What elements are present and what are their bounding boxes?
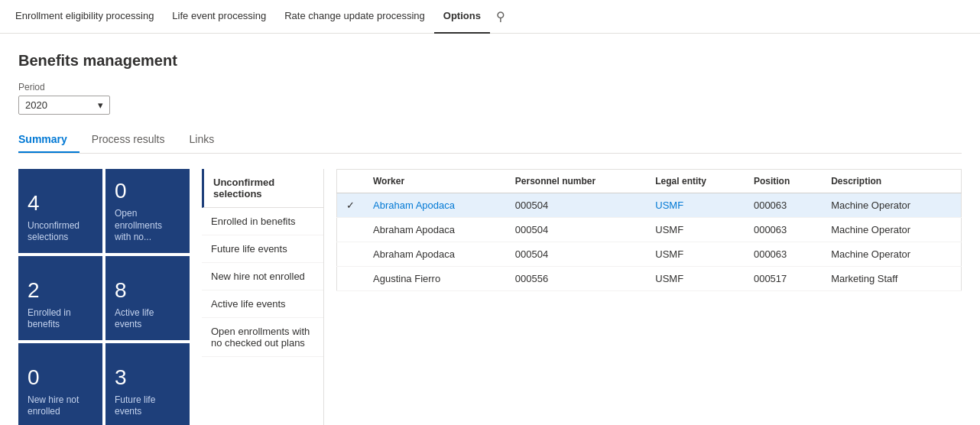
tile-open-enrollments-label: Open enrollments with no...: [115, 208, 180, 244]
tile-unconfirmed[interactable]: 4 Unconfirmed selections: [18, 169, 102, 253]
row-legal-entity[interactable]: USMF: [646, 193, 745, 218]
row-personnel-number: 000504: [506, 242, 647, 267]
row-personnel-number: 000504: [506, 218, 647, 242]
tile-future-life[interactable]: 3 Future life events: [105, 343, 190, 425]
dashboard: 4 Unconfirmed selections 0 Open enrollme…: [18, 169, 962, 425]
worker-link[interactable]: Abraham Apodaca: [373, 200, 455, 211]
page-title: Benefits management: [18, 52, 962, 70]
nav-rate-change[interactable]: Rate change update processing: [275, 0, 434, 34]
row-description: Marketing Staff: [822, 267, 961, 291]
tile-enrolled-label: Enrolled in benefits: [28, 307, 93, 331]
period-value: 2020: [25, 99, 47, 111]
row-description: Machine Operator: [822, 242, 961, 267]
row-legal-entity: USMF: [646, 267, 745, 291]
row-check: [337, 242, 365, 267]
col-position[interactable]: Position: [745, 170, 822, 193]
row-description: Machine Operator: [822, 193, 961, 218]
tile-open-enrollments[interactable]: 0 Open enrollments with no...: [105, 169, 190, 253]
nav-life-event[interactable]: Life event processing: [163, 0, 275, 34]
row-description: Machine Operator: [822, 218, 961, 242]
tiles-grid: 4 Unconfirmed selections 0 Open enrollme…: [18, 169, 190, 425]
row-check: [337, 267, 365, 291]
main-content: Benefits management Period 2020 ▾ Summar…: [0, 34, 980, 425]
side-panel-item-new-hire[interactable]: New hire not enrolled: [202, 263, 323, 290]
tile-enrolled[interactable]: 2 Enrolled in benefits: [18, 256, 102, 340]
row-check: [337, 218, 365, 242]
nav-enrollment[interactable]: Enrollment eligibility processing: [6, 0, 163, 34]
tile-enrolled-number: 2: [28, 280, 93, 301]
col-check: [337, 170, 365, 193]
row-worker: Abraham Apodaca: [364, 242, 506, 267]
row-worker[interactable]: Abraham Apodaca: [364, 193, 506, 218]
tile-new-hire-label: New hire not enrolled: [28, 394, 93, 418]
tile-open-enrollments-number: 0: [115, 180, 180, 202]
row-position: 000063: [745, 242, 822, 267]
col-worker[interactable]: Worker: [364, 170, 506, 193]
period-select[interactable]: 2020 ▾: [18, 96, 110, 115]
row-personnel-number: 000504: [506, 193, 647, 218]
side-panel-item-future-life[interactable]: Future life events: [202, 235, 323, 263]
side-panel-item-active-life[interactable]: Active life events: [202, 290, 323, 318]
row-position: 000063: [745, 218, 822, 242]
table-header-row: Worker Personnel number Legal entity Pos…: [337, 170, 962, 193]
table-row[interactable]: ✓Abraham Apodaca000504USMF000063Machine …: [337, 193, 962, 218]
tile-new-hire-number: 0: [28, 367, 93, 388]
side-panel: Unconfirmed selections Enrolled in benef…: [202, 169, 324, 425]
side-panel-header[interactable]: Unconfirmed selections: [202, 169, 323, 208]
tile-active-life-number: 8: [115, 280, 180, 301]
row-position: 000517: [745, 267, 822, 291]
search-button[interactable]: ⚲: [496, 9, 505, 24]
row-position: 000063: [745, 193, 822, 218]
row-legal-entity: USMF: [646, 242, 745, 267]
row-legal-entity: USMF: [646, 218, 745, 242]
col-legal-entity[interactable]: Legal entity: [646, 170, 745, 193]
tile-active-life[interactable]: 8 Active life events: [105, 256, 190, 340]
tile-active-life-label: Active life events: [115, 307, 180, 331]
tile-future-life-number: 3: [115, 367, 180, 388]
row-worker: Abraham Apodaca: [364, 218, 506, 242]
legal-entity-link[interactable]: USMF: [655, 200, 683, 211]
row-worker: Agustina Fierro: [364, 267, 506, 291]
table-area: Worker Personnel number Legal entity Pos…: [336, 169, 962, 425]
side-panel-item-open-enrollments[interactable]: Open enrollments with no checked out pla…: [202, 318, 323, 357]
col-description[interactable]: Description: [822, 170, 961, 193]
tabs: Summary Process results Links: [18, 127, 962, 154]
tile-unconfirmed-label: Unconfirmed selections: [28, 220, 93, 244]
tab-links[interactable]: Links: [190, 127, 227, 153]
table-row[interactable]: Abraham Apodaca000504USMF000063Machine O…: [337, 242, 962, 267]
tile-unconfirmed-number: 4: [28, 193, 93, 214]
tile-new-hire[interactable]: 0 New hire not enrolled: [18, 343, 102, 425]
row-check: ✓: [337, 193, 365, 218]
tab-process-results[interactable]: Process results: [92, 127, 177, 153]
period-label: Period: [18, 82, 962, 92]
row-personnel-number: 000556: [506, 267, 647, 291]
side-panel-item-enrolled-benefits[interactable]: Enrolled in benefits: [202, 208, 323, 235]
col-personnel-number[interactable]: Personnel number: [506, 170, 647, 193]
data-table: Worker Personnel number Legal entity Pos…: [336, 169, 962, 291]
tab-summary[interactable]: Summary: [18, 127, 80, 153]
period-section: Period 2020 ▾: [18, 82, 962, 115]
table-row[interactable]: Abraham Apodaca000504USMF000063Machine O…: [337, 218, 962, 242]
tile-future-life-label: Future life events: [115, 394, 180, 418]
top-nav: Enrollment eligibility processing Life e…: [0, 0, 980, 34]
chevron-down-icon: ▾: [98, 99, 103, 111]
nav-options[interactable]: Options: [434, 0, 490, 34]
table-row[interactable]: Agustina Fierro000556USMF000517Marketing…: [337, 267, 962, 291]
